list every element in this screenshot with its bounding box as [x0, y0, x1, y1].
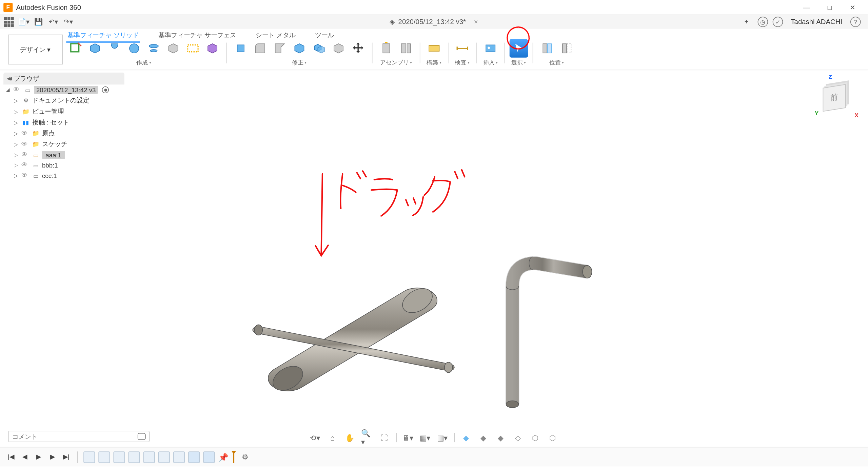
group-select-label[interactable]: 選択 — [511, 59, 526, 67]
joint-button[interactable] — [377, 39, 395, 57]
look-at-button[interactable]: ⌂ — [327, 432, 338, 444]
vis-style-6[interactable]: ⬡ — [547, 432, 558, 444]
job-status-button[interactable]: ✓ — [772, 17, 783, 27]
help-button[interactable]: ? — [850, 17, 861, 27]
vis-style-1[interactable]: ◆ — [460, 432, 472, 444]
svg-point-2 — [149, 44, 158, 48]
group-construct: 構築 — [425, 39, 443, 67]
timeline-feature-6[interactable] — [158, 451, 170, 463]
redo-button[interactable]: ↷▾ — [62, 16, 75, 28]
box-button[interactable] — [164, 39, 182, 57]
timeline-next-button[interactable]: ▶ — [47, 452, 58, 462]
position-capture-button[interactable] — [538, 39, 556, 57]
timeline-feature-9[interactable] — [203, 451, 215, 463]
group-inspect: 検査 — [453, 39, 471, 67]
svg-point-17 — [255, 325, 263, 335]
group-insert-label[interactable]: 挿入 — [483, 59, 498, 67]
position-revert-button[interactable] — [557, 39, 576, 57]
viewport-layout-button[interactable]: ▥▾ — [437, 432, 448, 444]
svg-point-18 — [445, 362, 453, 373]
timeline-pin-icon[interactable]: 📌 — [218, 452, 228, 462]
user-menu[interactable]: Tadashi ADACHI — [787, 18, 846, 26]
timeline-feature-1[interactable] — [83, 451, 95, 463]
create-form-button[interactable] — [203, 39, 221, 57]
svg-rect-13 — [563, 44, 567, 53]
data-panel-button[interactable] — [2, 16, 15, 28]
group-position-label[interactable]: 位置 — [549, 59, 564, 67]
axis-y-label: Y — [815, 110, 818, 116]
svg-rect-12 — [548, 44, 552, 53]
vis-style-5[interactable]: ⬡ — [529, 432, 541, 444]
quick-access-toolbar: 📄▾ 💾 ↶▾ ↷▾ ◈ 2020/05/12_13:42 v3* × + ◷ … — [0, 15, 868, 29]
extensions-button[interactable]: ◷ — [757, 17, 768, 27]
vis-style-4[interactable]: ◇ — [512, 432, 524, 444]
move-button[interactable] — [349, 39, 367, 57]
fit-button[interactable]: ⛶ — [378, 432, 390, 444]
timeline-settings-button[interactable]: ⚙ — [242, 453, 249, 461]
shell-button[interactable] — [290, 39, 309, 57]
sketch-button[interactable] — [66, 39, 84, 57]
group-construct-label[interactable]: 構築 — [427, 59, 441, 67]
timeline-marker[interactable] — [232, 451, 236, 463]
timeline-feature-7[interactable] — [173, 451, 185, 463]
measure-button[interactable] — [453, 39, 471, 57]
group-inspect-label[interactable]: 検査 — [455, 59, 470, 67]
loft-button[interactable] — [144, 39, 163, 57]
fillet-button[interactable] — [251, 39, 269, 57]
svg-rect-7 — [407, 44, 410, 53]
sweep-button[interactable] — [125, 39, 143, 57]
minimize-button[interactable]: — — [795, 0, 818, 14]
combine-button[interactable] — [310, 39, 328, 57]
viewport[interactable]: Z 前 X Y — [0, 70, 868, 432]
model-bent-pipe[interactable] — [506, 257, 592, 408]
viewcube[interactable]: Z 前 X Y — [816, 77, 856, 118]
document-tab[interactable]: ◈ 2020/05/12_13:42 v3* × — [390, 18, 478, 26]
joint-origin-button[interactable] — [397, 39, 415, 57]
undo-button[interactable]: ↶▾ — [47, 16, 60, 28]
insert-button[interactable] — [481, 39, 500, 57]
timeline-feature-3[interactable] — [114, 451, 125, 463]
zoom-button[interactable]: 🔍▾ — [361, 432, 373, 444]
orbit-button[interactable]: ⟲▾ — [310, 432, 321, 444]
group-modify-label[interactable]: 修正 — [292, 59, 307, 67]
group-assembly-label[interactable]: アセンブリ — [380, 59, 412, 67]
timeline-end-button[interactable]: ▶| — [61, 452, 72, 462]
revolve-button[interactable] — [105, 39, 124, 57]
press-pull-button[interactable] — [232, 39, 250, 57]
select-button[interactable] — [510, 39, 528, 57]
save-button[interactable]: 💾 — [32, 16, 45, 28]
svg-rect-9 — [486, 45, 495, 52]
group-create-label[interactable]: 作成 — [136, 59, 151, 67]
construct-plane-button[interactable] — [425, 39, 443, 57]
split-button[interactable] — [329, 39, 348, 57]
file-menu-button[interactable]: 📄▾ — [17, 16, 30, 28]
plane-button[interactable] — [184, 39, 202, 57]
new-tab-button[interactable]: + — [740, 16, 753, 28]
timeline: |◀ ◀ ▶ ▶ ▶| 📌 ⚙ — [0, 447, 868, 467]
pan-button[interactable]: ✋ — [344, 432, 356, 444]
display-settings-button[interactable]: 🖥▾ — [402, 432, 414, 444]
comment-bar[interactable]: コメント — [8, 431, 150, 442]
ribbon: デザイン ▾ 基準フィーチャ ソリッド 基準フィーチャ サーフェス シート メタ… — [0, 29, 868, 70]
tab-close-button[interactable]: × — [474, 18, 478, 26]
vis-style-2[interactable]: ◆ — [477, 432, 489, 444]
extrude-button[interactable] — [86, 39, 104, 57]
timeline-feature-8[interactable] — [188, 451, 200, 463]
timeline-prev-button[interactable]: ◀ — [20, 452, 30, 462]
workspace-dropdown[interactable]: デザイン ▾ — [8, 35, 63, 64]
maximize-button[interactable]: □ — [818, 0, 841, 14]
svg-point-3 — [150, 50, 157, 52]
vis-style-3[interactable]: ◆ — [495, 432, 506, 444]
timeline-play-button[interactable]: ▶ — [33, 452, 44, 462]
close-button[interactable]: ✕ — [841, 0, 864, 14]
chamfer-button[interactable] — [271, 39, 289, 57]
timeline-feature-2[interactable] — [98, 451, 110, 463]
timeline-start-button[interactable]: |◀ — [6, 452, 16, 462]
nav-toolbar: ⟲▾ ⌂ ✋ 🔍▾ ⛶ 🖥▾ ▦▾ ▥▾ ◆ ◆ ◆ ◇ ⬡ ⬡ — [310, 432, 558, 444]
group-modify: 修正 — [232, 39, 368, 67]
viewcube-front-face[interactable]: 前 — [823, 84, 846, 112]
timeline-feature-4[interactable] — [129, 451, 140, 463]
comment-icon — [138, 433, 146, 440]
grid-settings-button[interactable]: ▦▾ — [419, 432, 431, 444]
timeline-feature-5[interactable] — [143, 451, 155, 463]
